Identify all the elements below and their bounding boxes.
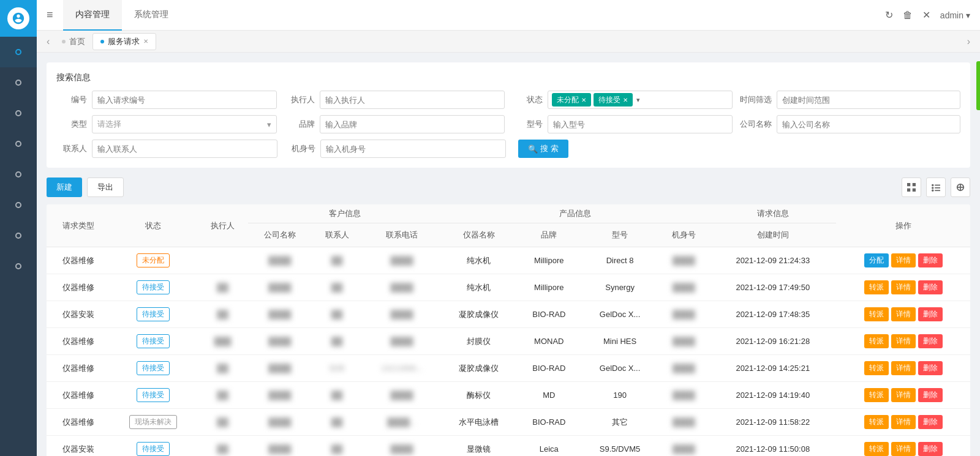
btn-delete-0[interactable]: 删除: [918, 253, 943, 267]
btn-detail-1[interactable]: 详情: [891, 280, 916, 294]
table-row: 仪器维修 待接受 ██ ████ ██ ████ 酶标仪 MD 190 ████…: [47, 382, 970, 409]
sidebar-item-7[interactable]: [0, 251, 37, 282]
sidebar-item-2[interactable]: [0, 98, 37, 129]
refresh-icon[interactable]: ↻: [885, 9, 893, 21]
tab-close-service[interactable]: ✕: [143, 38, 148, 45]
btn-delete-3[interactable]: 删除: [918, 334, 943, 348]
tab-content-management[interactable]: 内容管理: [63, 0, 122, 31]
sidebar-item-3[interactable]: [0, 129, 37, 159]
btn-transfer-5[interactable]: 转派: [864, 388, 889, 402]
cell-phone: ████: [363, 247, 441, 274]
sidebar-item-4[interactable]: [0, 159, 37, 190]
btn-detail-2[interactable]: 详情: [891, 307, 916, 321]
search-filter-button[interactable]: [951, 178, 970, 197]
time-input[interactable]: [777, 91, 960, 109]
time-label: 时间筛选: [740, 94, 772, 105]
menu-icon[interactable]: ≡: [47, 9, 53, 21]
row-actions: 转派详情删除: [841, 388, 965, 402]
cell-company: ████: [248, 247, 311, 274]
btn-detail-5[interactable]: 详情: [891, 388, 916, 402]
list-view-button[interactable]: [926, 178, 946, 197]
btn-assign-0[interactable]: 分配: [864, 253, 889, 267]
tab-system-management[interactable]: 系统管理: [122, 0, 181, 31]
svg-point-6: [932, 187, 934, 189]
export-button[interactable]: 导出: [87, 178, 124, 197]
status-badge: 待接受: [137, 388, 170, 402]
sidebar-item-1[interactable]: [0, 67, 37, 98]
btn-delete-6[interactable]: 删除: [918, 415, 943, 429]
btn-transfer-4[interactable]: 转派: [864, 361, 889, 375]
tab-dot-home: [62, 40, 66, 43]
status-dropdown-btn[interactable]: ▾: [635, 96, 641, 104]
table-row: 仪器维修 待接受 ██ ████ ██ ████ 纯水机 Millipore S…: [47, 274, 970, 301]
contact-value: ██: [331, 417, 342, 427]
search-button[interactable]: 🔍 搜 索: [518, 140, 568, 158]
cell-executor: ██: [197, 355, 248, 382]
tab-prev-arrow[interactable]: ‹: [42, 36, 55, 47]
cell-instrument: 凝胶成像仪: [441, 355, 516, 382]
row-actions: 转派详情删除: [841, 307, 965, 321]
tab-home[interactable]: 首页: [55, 33, 92, 50]
search-field-model: 型号: [512, 115, 733, 133]
cell-company: ████: [248, 436, 311, 457]
grid-view-button[interactable]: [902, 178, 921, 197]
th-company: 公司名称: [248, 223, 311, 247]
btn-detail-7[interactable]: 详情: [891, 442, 916, 456]
action-left: 新建 导出: [47, 178, 124, 197]
btn-delete-4[interactable]: 删除: [918, 361, 943, 375]
contact-value: ██: [331, 256, 342, 265]
btn-transfer-6[interactable]: 转派: [864, 415, 889, 429]
cell-executor: ██: [197, 382, 248, 409]
btn-delete-1[interactable]: 删除: [918, 280, 943, 294]
user-menu[interactable]: admin ▾: [940, 10, 970, 20]
tag-close-pending[interactable]: ✕: [623, 97, 628, 103]
cell-created: 2021-12-09 17:48:35: [709, 301, 836, 328]
btn-delete-7[interactable]: 删除: [918, 442, 943, 456]
row-actions: 分配详情删除: [841, 253, 965, 267]
close-icon[interactable]: ✕: [922, 9, 930, 21]
table-row: 仪器安装 待接受 ██ ████ ██ ████ 凝胶成像仪 BIO-RAD G…: [47, 301, 970, 328]
th-phone: 联系电话: [363, 223, 441, 247]
sidebar-item-5[interactable]: [0, 190, 37, 220]
sidebar-item-0[interactable]: [0, 37, 37, 67]
contact-input[interactable]: [92, 140, 277, 158]
delete-icon[interactable]: 🗑: [903, 10, 913, 21]
cell-serial: ████: [658, 409, 709, 436]
btn-delete-2[interactable]: 删除: [918, 307, 943, 321]
type-select[interactable]: 请选择 ▾: [92, 115, 277, 133]
cell-contact: ██: [311, 274, 362, 301]
number-input[interactable]: [92, 91, 277, 109]
status-tag-input[interactable]: 未分配 ✕ 待接受 ✕ ▾: [548, 91, 733, 109]
model-input[interactable]: [548, 115, 733, 133]
tag-close-unassigned[interactable]: ✕: [581, 97, 586, 103]
btn-transfer-7[interactable]: 转派: [864, 442, 889, 456]
btn-transfer-2[interactable]: 转派: [864, 307, 889, 321]
svg-point-4: [932, 184, 934, 187]
svg-rect-3: [913, 189, 916, 192]
serial-input[interactable]: [320, 140, 506, 158]
company-input[interactable]: [777, 115, 960, 133]
btn-detail-3[interactable]: 详情: [891, 334, 916, 348]
cell-contact: ██: [311, 382, 362, 409]
search-field-contact: 联系人: [56, 140, 277, 158]
sidebar-item-6[interactable]: [0, 220, 37, 251]
btn-transfer-1[interactable]: 转派: [864, 280, 889, 294]
cell-model: Synergy: [582, 274, 658, 301]
btn-delete-5[interactable]: 删除: [918, 388, 943, 402]
btn-detail-4[interactable]: 详情: [891, 361, 916, 375]
new-button[interactable]: 新建: [47, 178, 82, 197]
username: admin: [940, 10, 963, 20]
user-avatar[interactable]: [0, 0, 37, 37]
number-label: 编号: [56, 94, 87, 105]
search-field-time: 时间筛选: [740, 91, 960, 109]
btn-transfer-3[interactable]: 转派: [864, 334, 889, 348]
data-table: 请求类型 状态 执行人 客户信息 产品信息 请求信息 操作 公司名称 联系人 联…: [47, 204, 970, 456]
tab-next-arrow[interactable]: ›: [962, 36, 975, 47]
action-bar: 新建 导出: [47, 178, 970, 197]
executor-input[interactable]: [320, 91, 505, 109]
btn-detail-0[interactable]: 详情: [891, 253, 916, 267]
brand-input[interactable]: [320, 115, 505, 133]
btn-detail-6[interactable]: 详情: [891, 415, 916, 429]
phone-value: 13213996...: [381, 364, 423, 373]
tab-service-request[interactable]: 服务请求 ✕: [92, 33, 156, 50]
